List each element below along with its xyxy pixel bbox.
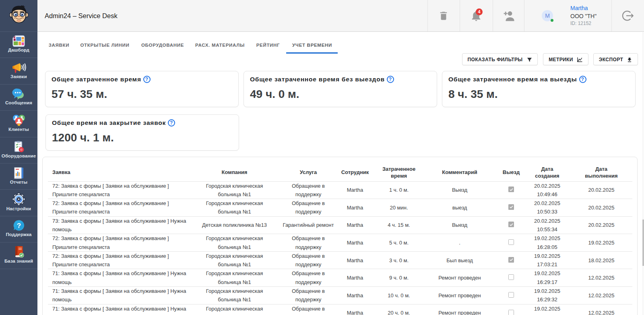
svg-text:?: ? <box>17 222 21 229</box>
